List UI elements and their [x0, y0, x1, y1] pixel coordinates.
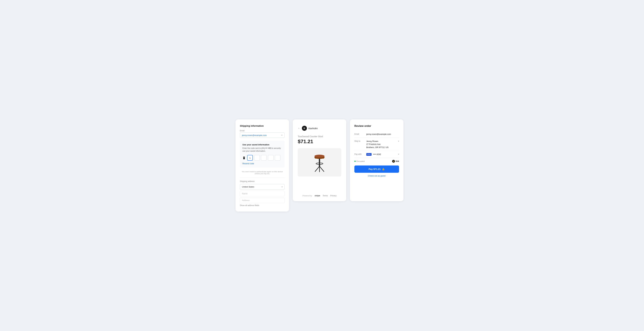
review-panel: Review order Email jenny.rosen@example.c…	[350, 120, 404, 201]
close-icon[interactable]: ×	[281, 134, 282, 136]
shipping-address-label: Shipping address	[240, 180, 284, 182]
green-dot-icon	[354, 161, 356, 162]
terms-link[interactable]: Terms	[323, 194, 328, 197]
auth-note: You won't need to authenticate again on …	[240, 171, 284, 174]
svg-point-2	[314, 155, 324, 158]
guest-checkout-link[interactable]: Check out as guest	[354, 174, 399, 177]
review-paywith-row: Pay with VISA •••• 4242 ▾	[354, 151, 399, 158]
shipping-title: Shipping information	[240, 124, 284, 127]
merchant-header: ← K Kavholm	[298, 126, 341, 131]
email-value: jenny.rosen@example.com	[242, 134, 281, 136]
main-container: Shipping information Email jenny.rosen@e…	[236, 120, 408, 212]
divider	[240, 177, 284, 178]
paywith-chevron[interactable]: ▾	[398, 153, 399, 155]
name-input[interactable]: Name	[240, 191, 284, 196]
product-name: Touchwood Counter Stool	[298, 135, 341, 138]
otp-box-3[interactable]	[261, 155, 267, 161]
powered-by-label: Powered by	[302, 195, 312, 196]
review-paywith-label: Pay with	[354, 153, 364, 155]
review-shipto-label: Ship to	[354, 140, 364, 142]
stripe-logo: stripe	[314, 194, 320, 197]
svg-line-4	[315, 166, 320, 172]
review-email-row: Email jenny.rosen@example.com	[354, 131, 399, 138]
review-paywith-value: VISA •••• 4242	[366, 153, 396, 156]
otp-row: 📱 1	[242, 155, 282, 161]
country-select[interactable]: United States ▾	[240, 184, 284, 190]
encrypted-row: Encrypted ⚡ link	[354, 158, 399, 166]
middle-footer: Powered by stripe Terms Privacy	[298, 194, 341, 197]
otp-box-5[interactable]	[275, 155, 280, 161]
merchant-name: Kavholm	[308, 127, 318, 130]
otp-box-2[interactable]	[254, 155, 260, 161]
address-input[interactable]: Address	[240, 198, 284, 203]
link-circle-icon: ⚡	[392, 160, 395, 163]
review-shipto-value: Jenny Rosen 27 Fredrick Ave Brothers, OR…	[366, 140, 396, 149]
card-last4: 4242	[376, 153, 381, 156]
card-dots: ••••	[373, 153, 376, 156]
saved-info-box: Use your saved information Enter the cod…	[240, 141, 284, 168]
review-email-value: jenny.rosen@example.com	[366, 133, 399, 136]
shipping-panel: Shipping information Email jenny.rosen@e…	[236, 120, 289, 212]
shipto-city: Brothers, OR 97712, US	[366, 146, 388, 148]
merchant-avatar: K	[302, 126, 307, 131]
review-email-label: Email	[354, 133, 364, 135]
review-shipto-row: Ship to Jenny Rosen 27 Fredrick Ave Brot…	[354, 138, 399, 151]
show-fields-link[interactable]: Show all address fields	[240, 204, 284, 206]
link-badge: ⚡ link	[392, 160, 399, 163]
otp-box-4[interactable]	[268, 155, 274, 161]
privacy-link[interactable]: Privacy	[330, 194, 336, 197]
review-title: Review order	[354, 124, 399, 128]
product-image	[298, 148, 341, 176]
saved-info-title: Use your saved information	[242, 144, 282, 146]
shipto-chevron[interactable]: ▾	[398, 140, 399, 142]
resend-link[interactable]: Resend code	[242, 162, 282, 165]
email-input-box[interactable]: jenny.rosen@example.com ×	[240, 132, 284, 138]
product-panel: ← K Kavholm Touchwood Counter Stool $71.…	[293, 120, 346, 201]
back-button[interactable]: ←	[298, 127, 300, 130]
visa-badge: VISA	[366, 153, 372, 156]
lock-icon: 🔒	[382, 168, 385, 170]
pay-button-label: Pay $71.21	[368, 168, 381, 170]
svg-line-5	[320, 166, 324, 172]
encrypted-label: Encrypted	[354, 160, 364, 162]
saved-info-desc: Enter the code sent to (•••) ••• ••63 to…	[242, 147, 282, 152]
product-price: $71.21	[298, 138, 341, 144]
shipto-name: Jenny Rosen	[366, 140, 378, 142]
email-label: Email	[240, 130, 284, 132]
shipto-address: 27 Fredrick Ave	[366, 143, 380, 146]
chevron-down-icon: ▾	[282, 186, 282, 188]
mobile-icon: 📱	[242, 156, 246, 159]
otp-box-1[interactable]: 1	[247, 155, 253, 161]
pay-button[interactable]: Pay $71.21 🔒	[354, 166, 399, 173]
country-value: United States	[242, 186, 282, 188]
stool-illustration	[312, 151, 327, 173]
